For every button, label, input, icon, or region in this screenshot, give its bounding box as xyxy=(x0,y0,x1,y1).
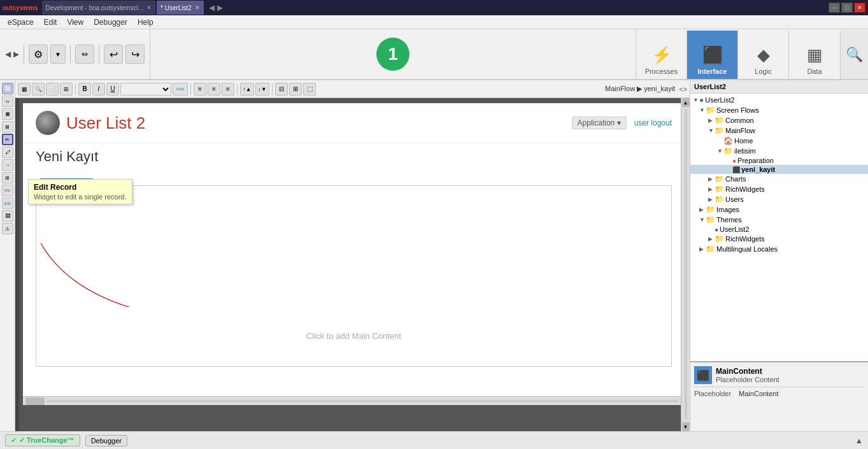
tree-item-rw-theme[interactable]: ▶ 📁 RichWidgets xyxy=(690,234,868,244)
data-icon: ▦ xyxy=(807,45,823,65)
canvas-tool-grid[interactable]: ▦ xyxy=(18,83,31,96)
app-button[interactable]: Application ▾ xyxy=(572,117,627,129)
tab-data[interactable]: ▦ Data xyxy=(789,31,840,79)
tool-warn[interactable]: ⚠ xyxy=(2,223,13,234)
icon-userlist2: ● xyxy=(699,96,704,104)
props-title: MainContent xyxy=(716,367,779,376)
canvas-tool-down[interactable]: ↓▼ xyxy=(255,83,269,96)
canvas-tool-css[interactable]: css xyxy=(173,83,188,96)
tab-development[interactable]: Development - boa.outsystemscl... ✕ xyxy=(42,1,155,15)
label-images: Images xyxy=(716,206,739,213)
folder-icon-themes: 📁 xyxy=(706,215,715,224)
canvas-tool-align-right[interactable]: ≡ xyxy=(222,83,234,96)
win-minimize[interactable]: ─ xyxy=(829,3,840,13)
tree-item-root[interactable]: ▼ ● UserList2 xyxy=(690,95,868,105)
tool-brush[interactable]: 🖍 xyxy=(2,146,13,158)
props-row1-value: MainContent xyxy=(739,390,778,397)
tool-widget[interactable]: 🔳 xyxy=(2,108,13,120)
canvas-tool-underline[interactable]: U xyxy=(106,83,119,96)
status-expand[interactable]: ▲ xyxy=(855,436,863,445)
canvas-tool-plus[interactable]: ⊞ xyxy=(289,83,302,96)
tree-item-richwidgets[interactable]: ▶ 📁 RichWidgets xyxy=(690,184,868,194)
v-scrollbar[interactable]: ▲ ▼ xyxy=(681,98,690,431)
tab-interface[interactable]: ⬛ Interface xyxy=(687,31,738,79)
breadcrumb-expand[interactable]: <> xyxy=(679,85,687,93)
tab-userlist-label: * UserList2 xyxy=(160,4,192,11)
tool-xy[interactable]: xy xyxy=(2,96,13,107)
tree-item-images[interactable]: ▶ 📁 Images xyxy=(690,204,868,215)
tree-item-charts[interactable]: ▶ 📁 Charts xyxy=(690,174,868,184)
tool-ok[interactable]: Ok! xyxy=(2,185,13,196)
tree-item-themes[interactable]: ▼ 📁 Themes xyxy=(690,215,868,225)
main-content-box[interactable]: ⬛ MainContent Click to add Main Content xyxy=(36,185,672,367)
redo-btn[interactable]: ↪ xyxy=(125,45,145,64)
tool-draw[interactable]: ⊠ xyxy=(2,121,13,132)
tool-arrow[interactable]: → xyxy=(2,159,13,171)
debugger-btn[interactable]: Debugger xyxy=(85,435,127,446)
label-charts: Charts xyxy=(725,175,746,183)
canvas-tool-italic[interactable]: I xyxy=(92,83,105,96)
tab-logic[interactable]: ◆ Logic xyxy=(738,31,789,79)
tree-item-mainflow[interactable]: ▼ 📁 MainFlow xyxy=(690,125,868,136)
tree-item-home[interactable]: 🏠 Home xyxy=(690,136,868,146)
canvas-tool-zoom[interactable]: 🔍 xyxy=(32,83,45,96)
nav-back[interactable]: ◀ xyxy=(209,3,215,12)
nav-forward-btn[interactable]: ▶ xyxy=(13,50,19,59)
tree-item-multilingual[interactable]: ▶ 📁 Multilingual Locales xyxy=(690,244,868,254)
label-screenflows: Screen Flows xyxy=(716,106,759,114)
tool-image[interactable]: 🖼 xyxy=(2,210,13,222)
label-common: Common xyxy=(725,117,754,124)
tree-item-yenikayit[interactable]: ⬛ yeni_kayit xyxy=(690,165,868,174)
compare-btn[interactable]: ⇔ xyxy=(75,45,94,64)
label-iletisim: iletisim xyxy=(734,147,756,155)
nav-forward[interactable]: ▶ xyxy=(217,3,223,12)
menu-help[interactable]: Help xyxy=(132,17,159,28)
font-dropdown[interactable] xyxy=(120,83,171,96)
menu-view[interactable]: View xyxy=(62,17,89,28)
icon-ul2-theme: ● xyxy=(715,226,718,233)
properties-panel: ⬛ MainContent Placeholder Content Placeh… xyxy=(690,361,868,431)
settings-btn[interactable]: ⚙ xyxy=(29,45,48,64)
tool-table[interactable]: ⊞ xyxy=(2,172,13,183)
dropdown-btn[interactable]: ▼ xyxy=(50,45,66,64)
tab-userlist-close[interactable]: ✕ xyxy=(195,4,200,11)
tree-item-iletisim[interactable]: ▼ 📁 iletisim xyxy=(690,146,868,156)
menu-edit[interactable]: Edit xyxy=(39,17,62,28)
module-tabs: ⚡ Processes ⬛ Interface ◆ Logic ▦ Data 🔍 xyxy=(636,29,868,79)
canvas-tool-bold[interactable]: B xyxy=(78,83,91,96)
win-maximize[interactable]: □ xyxy=(841,3,853,13)
menu-debugger[interactable]: Debugger xyxy=(89,17,132,28)
canvas-tool-align-left[interactable]: ≡ xyxy=(194,83,206,96)
folder-icon-sf: 📁 xyxy=(706,106,715,115)
canvas-tool-up[interactable]: ↑▲ xyxy=(240,83,254,96)
search-btn[interactable]: 🔍 xyxy=(840,31,868,79)
truechange-btn[interactable]: ✓ ✓ TrueChange™ xyxy=(5,434,80,446)
canvas-tool-minus[interactable]: ⊟ xyxy=(275,83,288,96)
app-logo: outsystems xyxy=(3,4,38,11)
menu-espace[interactable]: eSpace xyxy=(3,17,39,28)
tab-userlist2[interactable]: * UserList2 ✕ xyxy=(157,1,204,15)
props-icon: ⬛ xyxy=(694,366,712,384)
tool-pen[interactable]: ✏ xyxy=(2,134,13,145)
tab-dev-close[interactable]: ✕ xyxy=(146,4,152,11)
h-scrollbar[interactable]: ▶ xyxy=(23,396,690,405)
logout-link[interactable]: user logout xyxy=(634,118,672,127)
canvas-tool-rect[interactable]: ⬜ xyxy=(46,83,59,96)
tree-item-common[interactable]: ▶ 📁 Common xyxy=(690,115,868,125)
canvas-tool-grid2[interactable]: ⊞ xyxy=(60,83,73,96)
tree-item-ul2-theme[interactable]: ● UserList2 xyxy=(690,225,868,234)
label-preparation: Preparation xyxy=(737,157,774,164)
tree-item-screenflows[interactable]: ▼ 📁 Screen Flows xyxy=(690,105,868,115)
tool-link[interactable]: link xyxy=(2,197,13,209)
tree-item-preparation[interactable]: ● Preparation xyxy=(690,156,868,165)
nav-back-btn[interactable]: ◀ xyxy=(5,50,11,59)
folder-icon-multi: 📁 xyxy=(706,245,715,253)
tab-processes[interactable]: ⚡ Processes xyxy=(636,31,687,79)
undo-btn[interactable]: ↩ xyxy=(104,45,123,64)
tool-select[interactable]: ⬜ xyxy=(2,83,13,94)
tree-item-users[interactable]: ▶ 📁 Users xyxy=(690,194,868,204)
win-close[interactable]: ✕ xyxy=(854,3,865,13)
label-rw-theme: RichWidgets xyxy=(725,235,765,243)
canvas-tool-align-center[interactable]: ≡ xyxy=(208,83,220,96)
canvas-tool-cols[interactable]: ⬚ xyxy=(303,83,316,96)
